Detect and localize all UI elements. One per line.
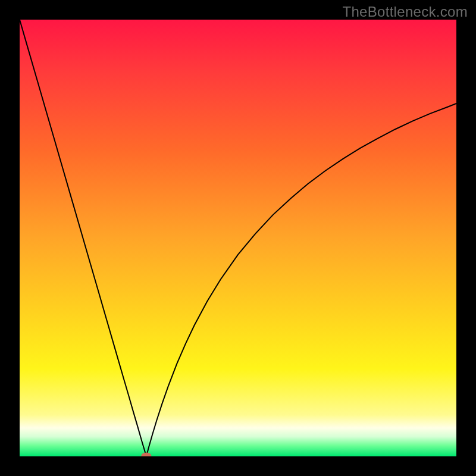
watermark-text: TheBottleneck.com [342, 4, 468, 20]
chart-svg [20, 20, 456, 456]
chart-frame: TheBottleneck.com [0, 0, 476, 476]
plot-area [20, 20, 456, 456]
gradient-background [20, 20, 456, 456]
